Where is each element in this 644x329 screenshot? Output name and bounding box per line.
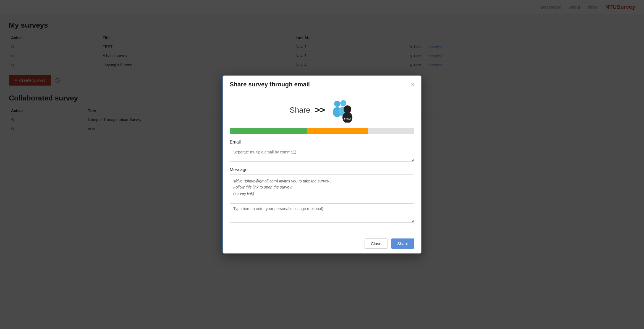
message-static-text: sfdye (tsfdye@gmail.com) invites you to … — [230, 174, 414, 200]
share-illustration: Share >> step2 — [230, 98, 414, 123]
modal-title: Share survey through email — [230, 81, 310, 88]
progress-bar — [230, 128, 414, 134]
modal-header: Share survey through email × — [223, 76, 421, 92]
message-label: Message — [230, 167, 414, 172]
people-icon: step2 — [329, 98, 354, 123]
modal-overlay: Share survey through email × Share >> — [0, 0, 644, 329]
modal-body: Share >> step2 — [223, 92, 421, 234]
arrows-icon: >> — [315, 105, 325, 115]
share-modal: Share survey through email × Share >> — [222, 75, 422, 254]
svg-point-2 — [340, 100, 346, 106]
close-button[interactable]: Close — [365, 238, 388, 249]
email-label: Email — [230, 140, 414, 145]
svg-point-0 — [334, 101, 340, 107]
share-button[interactable]: Share — [391, 238, 414, 249]
svg-point-4 — [344, 105, 351, 113]
progress-orange — [307, 128, 368, 134]
email-input[interactable] — [230, 147, 414, 162]
share-text-label: Share — [290, 106, 310, 115]
modal-close-x-button[interactable]: × — [411, 82, 414, 87]
modal-footer: Close Share — [223, 234, 421, 253]
svg-text:step2: step2 — [344, 117, 351, 120]
progress-green — [230, 128, 307, 134]
personal-message-input[interactable] — [230, 203, 414, 223]
